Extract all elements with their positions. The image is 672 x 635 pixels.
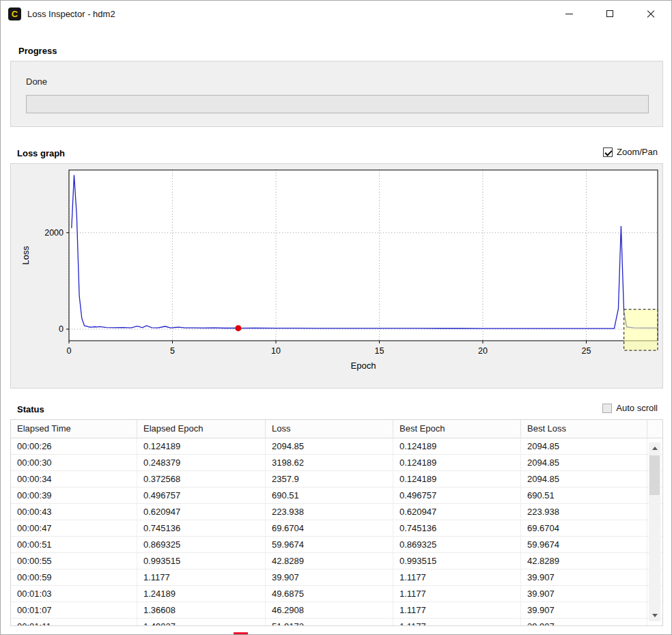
table-cell: 39.907 xyxy=(521,586,647,602)
arrow-down-icon xyxy=(652,614,658,617)
table-cell: 0.745136 xyxy=(393,520,521,536)
table-row[interactable]: 00:01:031.2418949.68751.117739.907 xyxy=(11,586,662,602)
table-cell: 69.6704 xyxy=(521,520,647,536)
status-table: Elapsed TimeElapsed EpochLossBest EpochB… xyxy=(10,419,663,626)
table-cell: 0.124189 xyxy=(393,455,521,470)
table-body: 00:00:260.1241892094.850.1241892094.8500… xyxy=(11,438,662,626)
status-section-label: Status xyxy=(17,404,44,414)
progress-section-label: Progress xyxy=(18,46,57,56)
table-row[interactable]: 00:00:591.117739.9071.117739.907 xyxy=(11,569,662,586)
taskbar-peek xyxy=(234,632,248,635)
table-cell: 0.869325 xyxy=(137,537,266,552)
progress-bar xyxy=(26,95,649,113)
table-cell: 0.124189 xyxy=(393,471,521,487)
table-row[interactable]: 00:00:340.3725682357.90.1241892094.85 xyxy=(11,471,662,488)
column-header[interactable]: Best Epoch xyxy=(393,420,521,438)
table-row[interactable]: 00:00:260.1241892094.850.1241892094.85 xyxy=(11,438,662,455)
current-epoch-marker xyxy=(235,325,241,331)
y-axis-label: Loss xyxy=(20,246,31,265)
table-row[interactable]: 00:00:550.99351542.82890.99351542.8289 xyxy=(11,553,662,569)
app-window: C Loss Inspector - hdm2 Progress Done Lo… xyxy=(0,0,672,635)
table-cell: 2094.85 xyxy=(521,438,647,454)
table-cell: 00:00:59 xyxy=(11,569,137,585)
table-cell: 0.993515 xyxy=(393,553,521,569)
table-scrollbar[interactable] xyxy=(649,442,660,621)
scrollbar-down-arrow[interactable] xyxy=(649,610,660,621)
table-cell: 2094.85 xyxy=(266,438,393,454)
table-row[interactable]: 00:00:390.496757690.510.496757690.51 xyxy=(11,488,662,504)
auto-scroll-checkbox[interactable]: Auto scroll xyxy=(602,403,658,413)
table-cell: 00:00:39 xyxy=(11,488,137,503)
table-cell: 0.745136 xyxy=(137,520,266,536)
scrollbar-thumb[interactable] xyxy=(649,455,660,495)
app-icon-letter: C xyxy=(12,9,18,19)
plot-area[interactable] xyxy=(69,170,658,341)
table-cell: 0.869325 xyxy=(393,537,521,552)
table-cell: 1.1177 xyxy=(393,619,521,626)
table-cell: 46.2908 xyxy=(266,602,393,618)
y-tick-label: 0 xyxy=(59,324,64,334)
column-header[interactable]: Best Loss xyxy=(521,420,647,438)
table-cell: 00:00:43 xyxy=(11,504,137,520)
scrollbar-up-arrow[interactable] xyxy=(649,442,660,454)
column-header-filler xyxy=(647,420,662,438)
x-tick-label: 0 xyxy=(67,346,72,356)
table-cell: 39.907 xyxy=(521,602,647,618)
table-row[interactable]: 00:01:071.3660846.29081.117739.907 xyxy=(11,602,662,619)
arrow-up-icon xyxy=(652,447,658,450)
loss-graph-section-label: Loss graph xyxy=(17,148,65,158)
column-header[interactable]: Elapsed Epoch xyxy=(137,420,266,438)
table-cell: 2094.85 xyxy=(521,471,647,487)
title-bar[interactable]: C Loss Inspector - hdm2 xyxy=(1,1,671,27)
table-cell: 690.51 xyxy=(266,488,393,503)
table-cell: 1.36608 xyxy=(137,602,266,618)
column-header[interactable]: Loss xyxy=(266,420,393,438)
table-row[interactable]: 00:00:300.2483793198.620.1241892094.85 xyxy=(11,455,662,471)
progress-state-label: Done xyxy=(26,76,47,87)
table-cell: 42.8289 xyxy=(266,553,393,569)
table-cell: 0.124189 xyxy=(393,438,521,454)
zoom-pan-label: Zoom/Pan xyxy=(617,147,658,157)
table-cell: 1.1177 xyxy=(393,602,521,618)
x-tick-label: 10 xyxy=(271,346,281,356)
minimize-button[interactable] xyxy=(548,1,589,27)
close-icon xyxy=(647,10,655,18)
table-cell: 59.9674 xyxy=(521,537,647,552)
table-cell: 39.907 xyxy=(521,569,647,585)
table-cell: 0.372568 xyxy=(137,471,266,487)
table-cell: 0.496757 xyxy=(137,488,266,503)
column-header[interactable]: Elapsed Time xyxy=(11,420,137,438)
table-row[interactable]: 00:00:470.74513669.67040.74513669.6704 xyxy=(11,520,662,537)
checkbox-checked-icon xyxy=(603,147,613,157)
maximize-button[interactable] xyxy=(589,1,630,27)
table-cell: 39.907 xyxy=(521,619,647,626)
minimize-icon xyxy=(565,14,573,14)
table-cell: 0.620947 xyxy=(393,504,521,520)
table-cell: 00:00:47 xyxy=(11,520,137,536)
window-title: Loss Inspector - hdm2 xyxy=(27,9,115,19)
checkbox-unchecked-icon xyxy=(602,404,612,413)
table-cell: 223.938 xyxy=(521,504,647,520)
table-cell: 690.51 xyxy=(521,488,647,503)
table-row[interactable]: 00:00:510.86932559.96740.86932559.9674 xyxy=(11,537,662,553)
table-cell: 00:01:07 xyxy=(11,602,137,618)
table-cell: 1.1177 xyxy=(393,586,521,602)
table-cell: 0.124189 xyxy=(137,438,266,454)
window-controls xyxy=(548,1,671,27)
table-row[interactable]: 00:01:111.4903751.91721.117739.907 xyxy=(11,619,662,626)
table-cell: 2357.9 xyxy=(266,471,393,487)
progress-panel: Done xyxy=(10,61,663,127)
table-cell: 2094.85 xyxy=(521,455,647,470)
zoom-pan-checkbox[interactable]: Zoom/Pan xyxy=(603,147,658,157)
table-cell: 1.49037 xyxy=(137,619,266,626)
zoom-selection-rect[interactable] xyxy=(624,309,658,350)
x-axis-label: Epoch xyxy=(351,361,376,371)
table-row[interactable]: 00:00:430.620947223.9380.620947223.938 xyxy=(11,504,662,520)
table-cell: 0.993515 xyxy=(137,553,266,569)
loss-chart[interactable]: 051015202502000EpochLoss xyxy=(11,164,662,388)
table-cell: 1.24189 xyxy=(137,586,266,602)
table-cell: 59.9674 xyxy=(266,537,393,552)
table-cell: 39.907 xyxy=(266,569,393,585)
close-button[interactable] xyxy=(630,1,671,27)
table-header-row: Elapsed TimeElapsed EpochLossBest EpochB… xyxy=(11,420,662,438)
